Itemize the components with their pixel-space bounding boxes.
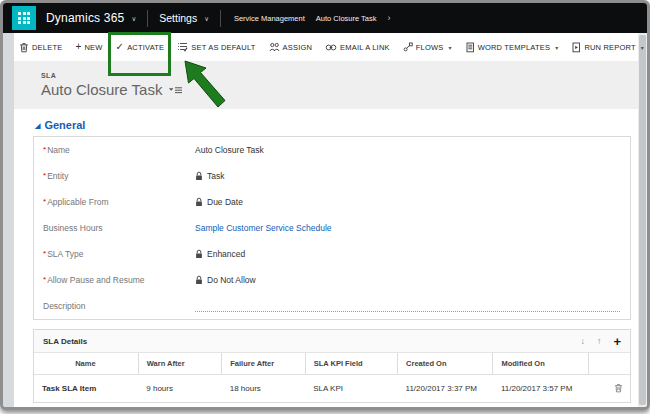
grid-title: SLA Details	[43, 337, 87, 346]
delete-row-icon[interactable]	[614, 383, 623, 393]
general-section-header[interactable]: ◢ General	[35, 119, 631, 131]
plus-icon: +	[75, 42, 81, 52]
email-a-link-button[interactable]: EMAIL A LINK	[325, 43, 390, 52]
record-header: SLA Auto Closure Task	[14, 61, 638, 109]
entity-field-value: Task	[195, 171, 630, 181]
sla-details-card: SLA Details ↓ ↑ + Name W	[33, 329, 631, 403]
field-label: Allow Pause and Resume	[43, 275, 195, 285]
assign-icon	[269, 42, 280, 52]
vertical-scrollbar[interactable]	[638, 33, 647, 407]
table-row[interactable]: Task SLA Item 9 hours 18 hours SLA KPI 1…	[34, 375, 630, 403]
form-content: ◢ General Name Auto Closure Task Entity …	[14, 109, 638, 403]
delete-button[interactable]: DELETE	[19, 42, 62, 53]
top-navbar: Dynamics 365 ∨ Settings ∨ Service Manage…	[3, 3, 647, 33]
breadcrumb-chevron-icon[interactable]: ›	[388, 13, 391, 23]
name-field-value[interactable]: Auto Closure Task	[195, 145, 630, 155]
command-bar: DELETE + NEW ✓ ACTIVATE SET AS DEFAUL	[14, 33, 638, 61]
app-title[interactable]: Dynamics 365	[46, 11, 124, 25]
scrollbar-thumb[interactable]	[639, 35, 646, 405]
flows-button[interactable]: FLOWS ▾	[403, 42, 452, 52]
general-section-card: Name Auto Closure Task Entity Task Appli…	[33, 136, 631, 320]
lock-icon	[195, 275, 203, 285]
lock-icon	[195, 171, 203, 181]
chevron-down-icon: ▾	[555, 44, 558, 51]
form-selector-icon[interactable]	[169, 85, 183, 95]
breadcrumb-item-record[interactable]: Auto Closure Task	[316, 14, 377, 23]
chevron-down-icon: ▾	[641, 44, 644, 51]
cell-actions	[588, 375, 630, 403]
set-default-icon	[177, 42, 188, 52]
move-down-icon[interactable]: ↓	[580, 337, 585, 346]
applicable-from-field-value: Due Date	[195, 197, 630, 207]
trash-icon	[19, 42, 29, 53]
word-templates-button[interactable]: WORD TEMPLATES ▾	[465, 42, 559, 53]
chevron-down-icon[interactable]: ∨	[131, 15, 136, 23]
cell-warn-after: 9 hours	[138, 375, 221, 403]
breadcrumb-item-service-management[interactable]: Service Management	[234, 14, 305, 23]
breadcrumb: Service Management Auto Closure Task ›	[234, 13, 391, 23]
field-label: Business Hours	[43, 223, 195, 233]
cell-name[interactable]: Task SLA Item	[34, 375, 138, 403]
column-header-modified-on[interactable]: Modified On	[493, 353, 588, 375]
field-label: Name	[43, 145, 195, 155]
waffle-icon	[18, 12, 30, 24]
entity-type-label: SLA	[41, 72, 638, 79]
app-launcher-button[interactable]	[12, 6, 36, 30]
add-record-icon[interactable]: +	[613, 335, 621, 348]
lock-icon	[195, 197, 203, 207]
field-business-hours: Business Hours Sample Customer Service S…	[34, 215, 630, 241]
cell-sla-kpi-field: SLA KPI	[305, 375, 397, 403]
check-icon: ✓	[116, 42, 125, 52]
chevron-down-icon[interactable]: ∨	[204, 15, 209, 23]
area-selector[interactable]: Settings	[159, 12, 197, 24]
description-field-value[interactable]	[195, 300, 630, 312]
lock-icon	[195, 249, 203, 259]
app-window: Dynamics 365 ∨ Settings ∨ Service Manage…	[0, 0, 650, 410]
field-name: Name Auto Closure Task	[34, 137, 630, 163]
field-applicable-from: Applicable From Due Date	[34, 189, 630, 215]
field-entity: Entity Task	[34, 163, 630, 189]
column-header-sla-kpi-field[interactable]: SLA KPI Field	[305, 353, 397, 375]
field-description: Description	[34, 293, 630, 319]
cell-modified-on: 11/20/2017 3:57 PM	[493, 375, 588, 403]
activate-button[interactable]: ✓ ACTIVATE	[116, 42, 165, 52]
sla-details-table: Name Warn After Failure After SLA KPI Fi…	[34, 353, 630, 402]
column-header-created-on[interactable]: Created On	[398, 353, 493, 375]
field-label: Entity	[43, 171, 195, 181]
business-hours-link[interactable]: Sample Customer Service Schedule	[195, 223, 630, 233]
column-header-name[interactable]: Name	[34, 353, 138, 375]
assign-button[interactable]: ASSIGN	[269, 42, 313, 52]
sla-details-header: SLA Details ↓ ↑ +	[34, 330, 630, 353]
field-label: Description	[43, 301, 195, 311]
flows-icon	[403, 42, 413, 52]
run-report-button[interactable]: RUN REPORT ▾	[571, 42, 644, 53]
section-title: General	[44, 119, 85, 131]
table-header-row: Name Warn After Failure After SLA KPI Fi…	[34, 353, 630, 375]
navbar-divider	[147, 10, 148, 27]
page-title: Auto Closure Task	[41, 81, 162, 98]
cell-created-on: 11/20/2017 3:37 PM	[398, 375, 493, 403]
column-header-actions	[588, 353, 630, 375]
cell-failure-after: 18 hours	[222, 375, 305, 403]
left-rail	[3, 33, 14, 407]
new-button[interactable]: + NEW	[75, 42, 102, 52]
empty-field-dotted-line	[195, 300, 620, 312]
field-sla-type: SLA Type Enhanced	[34, 241, 630, 267]
column-header-failure-after[interactable]: Failure After	[222, 353, 305, 375]
navbar-divider	[220, 10, 221, 27]
set-as-default-button[interactable]: SET AS DEFAULT	[177, 42, 255, 52]
field-allow-pause-resume: Allow Pause and Resume Do Not Allow	[34, 267, 630, 293]
column-header-warn-after[interactable]: Warn After	[138, 353, 221, 375]
link-icon	[325, 43, 337, 52]
collapse-triangle-icon: ◢	[35, 122, 40, 129]
allow-pause-resume-field-value: Do Not Allow	[195, 275, 630, 285]
chevron-down-icon: ▾	[448, 44, 451, 51]
word-template-icon	[465, 42, 475, 53]
run-report-icon	[571, 42, 581, 53]
field-label: SLA Type	[43, 249, 195, 259]
move-up-icon[interactable]: ↑	[597, 337, 602, 346]
sla-type-field-value: Enhanced	[195, 249, 630, 259]
field-label: Applicable From	[43, 197, 195, 207]
